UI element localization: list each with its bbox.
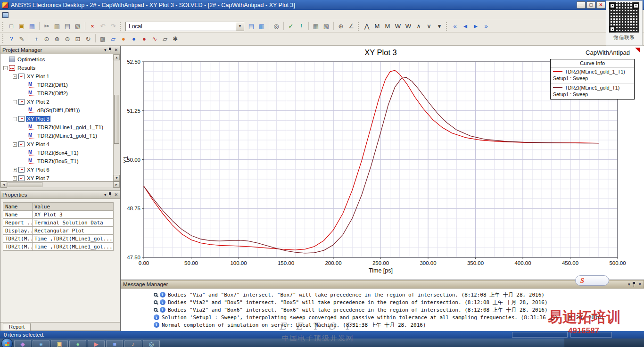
tree-item-label[interactable]: dB(St(Diff1,Diff1)) [36,107,81,113]
toolbar-button[interactable]: ▥ [256,22,267,31]
toolbar-button[interactable]: ✱ [170,34,181,43]
tree-expand-icon[interactable] [3,58,8,62]
toolbar-button[interactable]: ✂ [41,22,52,31]
toolbar-button[interactable]: ↷ [108,22,118,31]
tree-expand-icon[interactable] [22,108,26,113]
tree-item-label[interactable]: XY Plot 7 [26,175,50,181]
toolbar-button[interactable] [283,22,284,30]
tree-item[interactable]: - XY Plot 1 [0,72,113,81]
view-nav-button[interactable]: » [481,22,491,31]
toolbar-button[interactable] [39,22,40,30]
property-value[interactable]: Rectangular Plot [33,227,114,235]
menu-item[interactable] [79,11,87,19]
tree-expand-icon[interactable] [22,151,26,155]
tree-item-label[interactable]: TDRZt(Diff1) [36,82,69,88]
toolbar-button[interactable]: ▩ [98,34,108,43]
tree-expand-icon[interactable]: - [13,74,17,79]
tree-item[interactable]: - XY Plot 4 [0,140,113,149]
tree-expand-icon[interactable] [22,134,26,138]
taskbar-app-button[interactable]: e [33,340,50,347]
tree-expand-icon[interactable]: - [3,66,8,70]
tree-expand-icon[interactable]: + [13,168,17,172]
tree-item-label[interactable]: XY Plot 6 [26,167,50,173]
tree-item-label[interactable]: Results [17,65,36,71]
taskbar-app-button[interactable]: ▶ [88,340,105,347]
toolbar-button[interactable] [29,34,29,42]
tree-item[interactable]: Optimetrics [0,55,113,64]
report-type-button[interactable]: ⋀ [362,22,372,31]
xy-plot-panel[interactable]: 0.0050.00100.00150.00200.00250.00300.003… [121,46,644,280]
close-icon[interactable]: ✕ [114,192,118,197]
report-type-button[interactable]: ▾ [434,22,445,31]
toolbar-button[interactable]: ▣ [17,22,27,31]
report-type-button[interactable]: M [382,22,393,31]
toolbar-button[interactable]: ! [296,22,306,31]
toolbar-button[interactable] [308,22,309,30]
tree-item[interactable]: dB(St(Diff1,Diff1)) [0,106,113,115]
property-value[interactable]: Time ,TDRZt(MLine1_gol... [33,243,114,251]
menu-item[interactable] [62,11,70,19]
tree-item-label[interactable]: XY Plot 1 [26,74,50,79]
pin-icon[interactable] [632,281,636,287]
toolbar-button[interactable]: ✓ [286,22,296,31]
toolbar-button[interactable]: ▱ [108,34,118,43]
tree-item[interactable]: - XY Plot 3 [0,115,113,123]
toolbar-button[interactable]: ▤ [246,22,256,31]
toolbar-button[interactable]: ⊖ [62,34,73,43]
collapse-icon[interactable]: ▾ [104,48,107,52]
toolbar-button[interactable]: ∠ [346,22,356,31]
mdi-child-icon[interactable] [2,12,8,18]
tab-report[interactable]: Report [3,323,31,330]
tree-expand-icon[interactable]: + [13,176,17,181]
tree-expand-icon[interactable] [22,91,26,96]
toolbar-button[interactable]: ▱ [160,34,170,43]
system-tray[interactable] [564,339,644,347]
collapse-icon[interactable]: ▾ [104,192,107,197]
toolbar-button[interactable]: ● [129,34,139,43]
tree-item-label[interactable]: TDRZt(Diff2) [36,91,69,96]
menu-item[interactable] [70,11,79,19]
taskbar-app-button[interactable]: ♪ [124,340,141,347]
taskbar-app-button[interactable]: ■ [106,340,123,347]
collapse-icon[interactable]: ▾ [628,282,630,287]
tree-item[interactable]: + XY Plot 6 [0,165,113,174]
view-nav-button[interactable]: ► [471,22,481,31]
report-type-button[interactable]: W [403,22,413,31]
toolbar-button[interactable]: ▥ [52,22,62,31]
property-value[interactable]: Terminal Solution Data [33,219,114,227]
taskbar-app-button[interactable]: ▣ [51,340,68,347]
start-button[interactable] [1,338,13,347]
minimize-button[interactable]: — [577,1,586,8]
toolbar-button[interactable]: × [87,22,98,31]
toolbar-button[interactable]: + [31,34,41,43]
menu-item[interactable] [45,11,53,19]
tree-item-label[interactable]: TDRZt(Box5_T1) [36,158,80,164]
toolbar-button[interactable] [269,22,269,30]
toolbar-button[interactable]: ✎ [17,34,27,43]
report-type-button[interactable]: W [393,22,403,31]
tree-item[interactable]: - XY Plot 2 [0,98,113,106]
scroll-down-icon[interactable]: ▼ [114,175,120,181]
scroll-right-icon[interactable]: ► [113,182,120,188]
tree-item[interactable]: + XY Plot 7 [0,174,113,181]
tree-item[interactable]: - Results [0,64,113,72]
menu-item[interactable] [53,11,62,19]
toolbar-grip[interactable] [358,22,360,31]
tree-vertical-scrollbar[interactable]: ▲ ▼ [113,54,120,181]
toolbar-button[interactable]: ▦ [27,22,37,31]
tree-item-label[interactable]: TDRZt(MLine1_gold_1_T1) [36,124,104,130]
toolbar-button[interactable]: ▦ [311,22,321,31]
close-button[interactable]: ✕ [596,1,605,8]
tree-item[interactable]: TDRZt(MLine1_gold_T1) [0,132,113,140]
tree-expand-icon[interactable]: - [13,142,17,147]
tree-expand-icon[interactable] [22,125,26,130]
toolbar-button[interactable]: ⊙ [41,34,52,43]
legend-entry[interactable]: TDRZt(MLine1_gold_1_T1) Setup1 : Sweep [551,67,634,83]
menu-item[interactable] [19,11,28,19]
menu-item[interactable] [28,11,36,19]
scrollbar-thumb[interactable] [114,95,119,144]
toolbar-button[interactable]: ↶ [98,22,108,31]
toolbar-button[interactable]: ◎ [271,22,281,31]
scroll-up-icon[interactable]: ▲ [114,54,120,60]
close-icon[interactable]: ✕ [114,48,118,52]
